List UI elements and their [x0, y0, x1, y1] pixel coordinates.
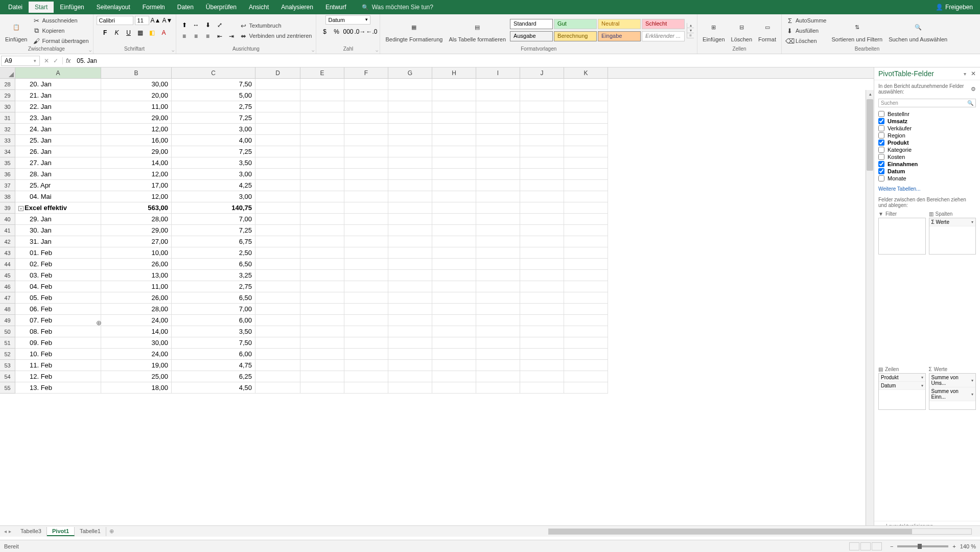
row-header[interactable]: 52: [0, 349, 15, 360]
cell[interactable]: [255, 191, 300, 202]
pivot-field-bestellnr[interactable]: Bestellnr: [877, 110, 977, 118]
cell[interactable]: [564, 112, 608, 124]
cell[interactable]: [476, 225, 520, 236]
cell[interactable]: [388, 371, 432, 382]
cell[interactable]: 3,50: [172, 326, 255, 337]
cell[interactable]: [564, 270, 608, 281]
cell[interactable]: 18,00: [101, 382, 172, 394]
ribbon-tab-ansicht[interactable]: Ansicht: [243, 2, 275, 13]
cut-button[interactable]: ✂Ausschneiden: [31, 16, 89, 25]
cell[interactable]: 20. Jan: [15, 79, 101, 90]
new-sheet-button[interactable]: ⊕: [106, 528, 118, 535]
cell[interactable]: [344, 382, 388, 394]
cell[interactable]: [432, 349, 476, 360]
horizontal-scrollbar[interactable]: [548, 528, 972, 535]
cell[interactable]: [388, 157, 432, 169]
page-layout-button[interactable]: [860, 542, 871, 550]
cell-style-eingabe[interactable]: Eingabe: [598, 31, 641, 41]
cell[interactable]: [432, 90, 476, 101]
pivot-values-area[interactable]: ΣWerte Summe von Ums...▾Summe von Einn..…: [929, 366, 976, 519]
pivot-field-kategorie[interactable]: Kategorie: [877, 146, 977, 153]
cell[interactable]: [388, 169, 432, 180]
indent-increase-button[interactable]: ⇥: [226, 31, 237, 41]
tab-nav[interactable]: ◂▸: [0, 528, 15, 534]
row-header[interactable]: 47: [0, 292, 15, 304]
row-header[interactable]: 36: [0, 169, 15, 180]
table-row[interactable]: 4907. Feb24,006,00: [0, 315, 866, 326]
cell[interactable]: [255, 360, 300, 371]
cell[interactable]: 11,00: [101, 101, 172, 112]
ribbon-tab-analysieren[interactable]: Analysieren: [275, 2, 319, 13]
cell[interactable]: [520, 360, 564, 371]
cell[interactable]: [432, 225, 476, 236]
name-box[interactable]: A9▾: [1, 56, 40, 66]
cell[interactable]: [388, 180, 432, 191]
cell[interactable]: [476, 360, 520, 371]
font-name-select[interactable]: Calibri: [97, 16, 133, 25]
align-center-button[interactable]: ≡: [191, 31, 201, 41]
font-size-select[interactable]: 11: [135, 16, 149, 25]
table-row[interactable]: 5311. Feb19,004,75: [0, 360, 866, 371]
cell[interactable]: [388, 202, 432, 214]
cell[interactable]: 24. Jan: [15, 124, 101, 135]
table-row[interactable]: 5412. Feb25,006,25: [0, 371, 866, 382]
zoom-level[interactable]: 140 %: [960, 543, 976, 549]
cell[interactable]: [300, 135, 344, 146]
cell[interactable]: [564, 315, 608, 326]
fill-color-button[interactable]: ◧: [147, 28, 157, 38]
cell[interactable]: 11. Feb: [15, 360, 101, 371]
cell[interactable]: [432, 180, 476, 191]
table-row[interactable]: 5513. Feb18,004,50: [0, 382, 866, 394]
table-row[interactable]: 3628. Jan12,003,00: [0, 169, 866, 180]
pivot-field-verkäufer[interactable]: Verkäufer: [877, 125, 977, 132]
cell[interactable]: [255, 236, 300, 247]
column-header-F[interactable]: F: [344, 67, 388, 78]
cell[interactable]: [520, 191, 564, 202]
cell[interactable]: [344, 79, 388, 90]
format-cells-button[interactable]: ▭Format: [756, 18, 778, 43]
cell[interactable]: 26. Jan: [15, 146, 101, 157]
cell[interactable]: 3,00: [172, 169, 255, 180]
scroll-up-button[interactable]: ▴: [867, 90, 874, 98]
cell[interactable]: [255, 202, 300, 214]
cell[interactable]: [344, 349, 388, 360]
cell[interactable]: [300, 337, 344, 349]
cell[interactable]: [300, 169, 344, 180]
cell[interactable]: [300, 304, 344, 315]
decrease-decimal-button[interactable]: ←.0: [366, 27, 377, 37]
cell[interactable]: [300, 225, 344, 236]
cell[interactable]: 31. Jan: [15, 236, 101, 247]
cell[interactable]: [388, 191, 432, 202]
cell[interactable]: [432, 382, 476, 394]
cell[interactable]: [388, 349, 432, 360]
border-button[interactable]: ▦: [135, 28, 146, 38]
table-row[interactable]: 3123. Jan29,007,25: [0, 112, 866, 124]
cell[interactable]: [476, 326, 520, 337]
tell-me-search[interactable]: 🔍 Was möchten Sie tun?: [362, 4, 433, 11]
row-header[interactable]: 42: [0, 236, 15, 247]
cell[interactable]: [564, 180, 608, 191]
cell[interactable]: [344, 315, 388, 326]
cell[interactable]: [520, 337, 564, 349]
column-header-E[interactable]: E: [300, 67, 344, 78]
cell[interactable]: 23. Jan: [15, 112, 101, 124]
cell[interactable]: [520, 225, 564, 236]
cell[interactable]: 6,50: [172, 292, 255, 304]
fx-icon[interactable]: fx: [63, 57, 74, 64]
cell[interactable]: 6,50: [172, 259, 255, 270]
cell[interactable]: [300, 326, 344, 337]
cell[interactable]: 7,00: [172, 214, 255, 225]
cell[interactable]: 4,75: [172, 360, 255, 371]
row-header[interactable]: 46: [0, 281, 15, 292]
cell[interactable]: [476, 315, 520, 326]
cell-style-erklaerend[interactable]: Erklärender ...: [642, 31, 685, 41]
align-top-button[interactable]: ⬆: [179, 20, 190, 30]
cell[interactable]: [344, 281, 388, 292]
cell[interactable]: [432, 259, 476, 270]
cell[interactable]: 24,00: [101, 315, 172, 326]
cell[interactable]: [432, 371, 476, 382]
comma-format-button[interactable]: 000: [343, 27, 353, 37]
cell[interactable]: 7,25: [172, 112, 255, 124]
column-header-B[interactable]: B: [101, 67, 172, 78]
cell[interactable]: 26,00: [101, 292, 172, 304]
